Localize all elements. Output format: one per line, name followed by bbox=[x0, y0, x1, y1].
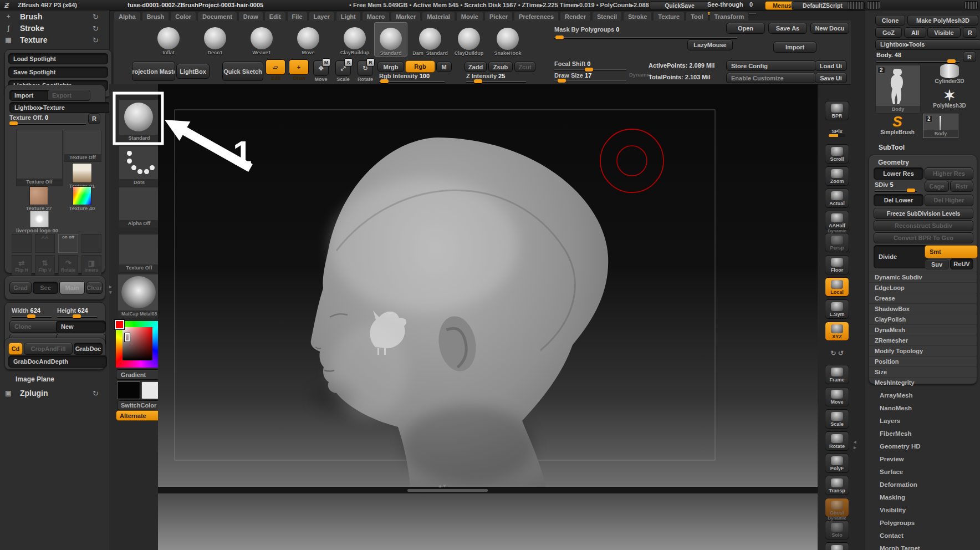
default-zscript-button[interactable]: DefaultZScript bbox=[792, 1, 854, 10]
document-button[interactable]: New Docu bbox=[810, 23, 849, 34]
main-button[interactable]: Main bbox=[59, 281, 85, 294]
lazymouse-button[interactable]: LazyMouse bbox=[687, 39, 733, 50]
tool-palette-header[interactable]: Surface bbox=[865, 465, 980, 478]
texture-reset-button[interactable]: R bbox=[88, 113, 100, 124]
document-button[interactable]: Open bbox=[726, 23, 765, 34]
current-color-swatch[interactable] bbox=[115, 320, 124, 329]
shelf-button[interactable]: BPR bbox=[825, 101, 849, 120]
lightbox-tools-button[interactable]: Lightbox▸Tools bbox=[875, 39, 980, 50]
canvas-outside-document[interactable] bbox=[158, 493, 818, 550]
tool-palette-header[interactable]: Visibility bbox=[865, 503, 980, 516]
shelf-button[interactable]: Dynamic Solo bbox=[825, 520, 849, 539]
reconstruct-subdiv-button[interactable]: Reconstruct Subdiv bbox=[874, 220, 973, 231]
brush-slot[interactable]: Dam_Standard bbox=[414, 23, 446, 56]
draw-size-slider[interactable] bbox=[554, 80, 626, 82]
tool-palette-header[interactable]: Layers bbox=[865, 414, 980, 427]
shelf-button[interactable]: AAHalf bbox=[825, 211, 849, 230]
contrast-icon[interactable] bbox=[81, 234, 101, 253]
palette-header-brush[interactable]: + Brush ↻ bbox=[3, 12, 109, 21]
lightbox-texture-button[interactable]: Lightbox▸Texture bbox=[9, 102, 110, 113]
current-material-slot[interactable]: MatCap Metal03 bbox=[118, 274, 161, 318]
tool-palette-header[interactable]: Contact bbox=[865, 529, 980, 542]
texture-27-thumb[interactable]: Texture 27 bbox=[16, 186, 62, 211]
rgb-intensity-slider[interactable] bbox=[379, 81, 445, 82]
geometry-subsection[interactable]: Crease bbox=[869, 293, 977, 303]
brush-slot[interactable]: SnakeHook bbox=[492, 23, 524, 56]
shelf-button[interactable] bbox=[825, 344, 849, 362]
document-canvas[interactable] bbox=[158, 84, 818, 487]
shelf-button[interactable]: SPix bbox=[825, 123, 849, 141]
clone-texture-button[interactable]: Clone bbox=[9, 320, 59, 333]
shelf-button[interactable]: Actual bbox=[825, 189, 849, 208]
secondary-color-swatch[interactable] bbox=[141, 381, 160, 399]
enable-customize-button[interactable]: Enable Customize bbox=[726, 73, 816, 83]
antialias-icon[interactable]: AA bbox=[35, 234, 55, 253]
geometry-subsection[interactable]: MeshIntegrity bbox=[869, 377, 977, 388]
mask-slider[interactable] bbox=[554, 37, 737, 38]
transform-button[interactable]: ◨ Invers bbox=[81, 255, 101, 276]
tool-palette-header[interactable]: Morph Target bbox=[865, 542, 980, 550]
switchcolor-button[interactable]: SwitchColor bbox=[117, 400, 164, 410]
quick-sketch-button[interactable]: Quick Sketch bbox=[222, 62, 263, 81]
store-config-button[interactable]: Store Config bbox=[726, 60, 816, 71]
shelf-button[interactable]: Scroll bbox=[825, 144, 849, 164]
new-texture-button[interactable]: New bbox=[56, 320, 106, 333]
mrgb-button[interactable]: Mrgb bbox=[377, 62, 404, 72]
texture-40-thumb[interactable]: Texture 40 bbox=[64, 186, 100, 211]
geometry-subsection[interactable]: ClayPolish bbox=[869, 314, 977, 324]
z-intensity-slider[interactable] bbox=[466, 81, 526, 82]
tool-palette-header[interactable]: Preview bbox=[865, 452, 980, 465]
sec-button[interactable]: Sec bbox=[33, 282, 58, 294]
hscroll-arrows-icon[interactable]: ▲▼ bbox=[438, 483, 447, 488]
goz-button[interactable]: GoZ bbox=[875, 27, 902, 38]
saturation-value-square[interactable] bbox=[122, 327, 152, 360]
texture-01-thumb[interactable]: Texture 01 bbox=[64, 163, 100, 189]
clear-button[interactable]: Clear bbox=[86, 282, 103, 294]
grad-button[interactable]: Grad bbox=[9, 282, 32, 294]
zcut-button[interactable]: Zcut bbox=[514, 62, 535, 72]
color-picker[interactable] bbox=[116, 321, 159, 368]
load-ui-button[interactable]: Load Ui bbox=[815, 60, 847, 71]
dynamic-draw-size-label[interactable]: Dynamic bbox=[629, 72, 651, 78]
tool-palette-header[interactable]: NanoMesh bbox=[865, 401, 980, 414]
geometry-subsection[interactable]: Dynamic Subdiv bbox=[869, 272, 977, 282]
tool-thumb-polymesh[interactable]: ✶ PolyMesh3D bbox=[923, 88, 976, 109]
refresh-icon[interactable]: ↻ bbox=[93, 36, 99, 44]
shelf-button[interactable]: PolyF bbox=[825, 454, 849, 473]
current-alpha-slot[interactable]: Alpha Off bbox=[119, 187, 160, 228]
tool-palette-header[interactable]: Polygroups bbox=[865, 516, 980, 529]
draw-mode[interactable]: + Draw bbox=[289, 59, 310, 81]
shelf-button[interactable]: Frame bbox=[825, 365, 849, 384]
shelf-button[interactable]: Floor bbox=[825, 255, 849, 274]
palette-header-zplugin[interactable]: ▣ Zplugin ↻ bbox=[3, 389, 109, 398]
tool-thumb-body-small[interactable]: 2 Body bbox=[923, 114, 958, 138]
geometry-subsection[interactable]: EdgeLoop bbox=[869, 282, 977, 293]
edit-mode[interactable]: ▱ Edit bbox=[266, 59, 287, 81]
geometry-subsection[interactable]: Modify Topology bbox=[869, 345, 977, 356]
shelf-button[interactable]: Move bbox=[825, 387, 849, 406]
refresh-icon[interactable]: ↻ bbox=[93, 13, 99, 21]
goz-all-button[interactable]: All bbox=[904, 27, 926, 38]
shelf-button[interactable]: Scale bbox=[825, 409, 849, 429]
tool-palette-header[interactable]: FiberMesh bbox=[865, 427, 980, 440]
lightbox-button[interactable]: LightBox bbox=[176, 64, 210, 79]
document-button[interactable]: Save As bbox=[768, 23, 807, 34]
geometry-subsection[interactable]: ZRemesher bbox=[869, 335, 977, 345]
goz-reset-button[interactable]: R bbox=[963, 27, 977, 38]
shelf-button[interactable]: Zoom bbox=[825, 166, 849, 186]
tool-thumb-cylinder[interactable]: Cylinder3D bbox=[923, 64, 976, 84]
liverpool-logo-thumb[interactable]: liverpool logo-00 bbox=[16, 211, 99, 233]
shelf-button[interactable]: XYZ bbox=[825, 322, 849, 341]
refresh-icon[interactable]: ↻ bbox=[93, 389, 99, 398]
sdiv-slider[interactable] bbox=[875, 190, 917, 191]
palette-header-texture[interactable]: ▦ Texture ↻ bbox=[3, 35, 109, 44]
shelf-button[interactable]: L.Sym bbox=[825, 299, 849, 319]
tool-reset-button[interactable]: R bbox=[963, 52, 976, 62]
clone-tool-button[interactable]: Clone bbox=[875, 15, 905, 26]
shelf-button[interactable]: Rotate bbox=[825, 431, 849, 451]
geometry-subsection[interactable]: ShadowBox bbox=[869, 303, 977, 314]
tool-slider[interactable] bbox=[876, 61, 959, 62]
focal-shift-slider[interactable] bbox=[554, 69, 626, 70]
make-polymesh3d-button[interactable]: Make PolyMesh3D bbox=[907, 15, 978, 26]
spotlight-button[interactable]: Load Spotlight bbox=[8, 53, 108, 64]
